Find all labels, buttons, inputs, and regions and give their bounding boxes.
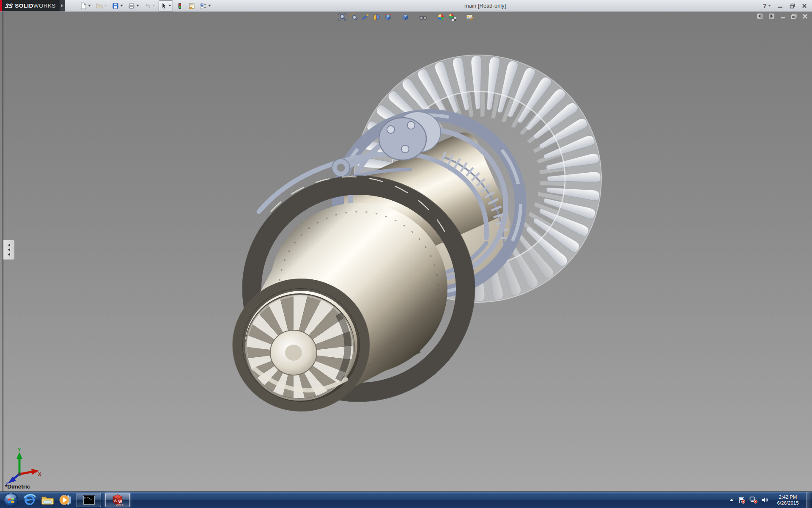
headsup-view-toolbar xyxy=(337,13,475,22)
command-prompt-taskbar-button[interactable]: C:\_ xyxy=(77,493,101,507)
undo-button[interactable] xyxy=(143,0,157,11)
featuremanager-collapsed-tab[interactable] xyxy=(3,240,15,260)
apply-scene-button[interactable] xyxy=(447,13,458,22)
windows-explorer-icon[interactable] xyxy=(41,493,55,507)
solidworks-logo: 3S SOLIDWORKS xyxy=(0,0,60,11)
view-orientation-button[interactable] xyxy=(382,13,394,22)
dassault-3ds-icon: 3S xyxy=(5,2,14,9)
action-center-flag-icon[interactable] xyxy=(738,496,746,504)
chevron-down-icon[interactable] xyxy=(208,5,211,7)
section-view-button[interactable] xyxy=(371,13,382,22)
solidworks-taskbar-button[interactable]: S W 2015 xyxy=(105,493,130,507)
volume-icon[interactable] xyxy=(761,497,768,503)
solidworks-2015-icon: S W 2015 xyxy=(111,494,124,506)
tray-date: 6/26/2015 xyxy=(772,500,804,506)
new-document-button[interactable] xyxy=(78,0,93,11)
view-orientation-label: *Dimetric xyxy=(5,483,30,490)
network-disconnected-icon[interactable] xyxy=(749,496,757,504)
edit-appearance-button[interactable] xyxy=(435,13,447,22)
previous-view-button[interactable] xyxy=(359,13,371,22)
help-button[interactable]: ? xyxy=(763,2,771,9)
window-controls: ? xyxy=(756,2,812,9)
chevron-down-icon[interactable] xyxy=(88,5,91,7)
pane-collapse-left-button[interactable] xyxy=(757,13,763,19)
logo-text-works: WORKS xyxy=(33,3,56,9)
reference-triad: Y X Z xyxy=(4,447,42,486)
close-icon[interactable] xyxy=(802,3,807,8)
zoom-to-fit-button[interactable] xyxy=(337,13,348,22)
show-desktop-button[interactable] xyxy=(806,492,812,508)
doc-restore-button[interactable] xyxy=(791,14,797,19)
print-button[interactable] xyxy=(126,0,141,11)
tray-clock[interactable]: 2:42 PM 6/26/2015 xyxy=(772,494,804,506)
logo-text-solid: SOLID xyxy=(15,3,33,9)
doc-minimize-button[interactable] xyxy=(780,14,785,19)
chevron-down-icon[interactable] xyxy=(168,5,171,7)
internet-explorer-icon[interactable] xyxy=(23,493,36,507)
document-window-controls xyxy=(751,13,808,19)
logo-red-stripe xyxy=(0,0,2,11)
rebuild-button[interactable] xyxy=(175,0,185,11)
minimize-button[interactable] xyxy=(778,3,783,8)
display-style-button[interactable] xyxy=(400,13,411,22)
taskbar: C:\_ S W 2015 2:42 PM 6/26/2015 xyxy=(0,491,812,508)
system-tray: 2:42 PM 6/26/2015 xyxy=(729,492,812,508)
window-title: main [Read-only] xyxy=(214,3,756,9)
menu-expand-arrow-icon[interactable] xyxy=(60,0,65,11)
show-hidden-icons-button[interactable] xyxy=(729,498,734,502)
pane-expand-right-button[interactable] xyxy=(768,13,775,19)
svg-text:2015: 2015 xyxy=(116,503,123,506)
chevron-down-icon[interactable] xyxy=(136,5,139,7)
restore-button[interactable] xyxy=(790,3,795,8)
triad-y-label: Y xyxy=(18,447,21,452)
view-settings-button[interactable] xyxy=(464,13,475,22)
graphics-viewport[interactable] xyxy=(0,12,812,492)
file-properties-button[interactable] xyxy=(187,0,197,11)
start-button[interactable] xyxy=(3,492,19,508)
command-prompt-icon: C:\_ xyxy=(83,496,95,505)
triad-x-label: X xyxy=(38,472,41,477)
chevron-down-icon[interactable] xyxy=(152,5,155,7)
open-button[interactable] xyxy=(94,0,109,11)
select-button[interactable] xyxy=(159,0,173,11)
standard-toolbar xyxy=(78,0,214,11)
save-button[interactable] xyxy=(110,0,125,11)
doc-close-icon[interactable] xyxy=(802,14,808,19)
chevron-down-icon[interactable] xyxy=(104,5,107,7)
tray-time: 2:42 PM xyxy=(772,494,804,500)
media-player-icon[interactable] xyxy=(59,493,72,507)
zoom-to-area-button[interactable] xyxy=(348,13,359,22)
chevron-down-icon[interactable] xyxy=(120,5,123,7)
options-button[interactable] xyxy=(198,0,213,11)
svg-text:S: S xyxy=(114,499,117,503)
titlebar: 3S SOLIDWORKS xyxy=(0,0,812,12)
hide-show-items-button[interactable] xyxy=(417,13,429,22)
